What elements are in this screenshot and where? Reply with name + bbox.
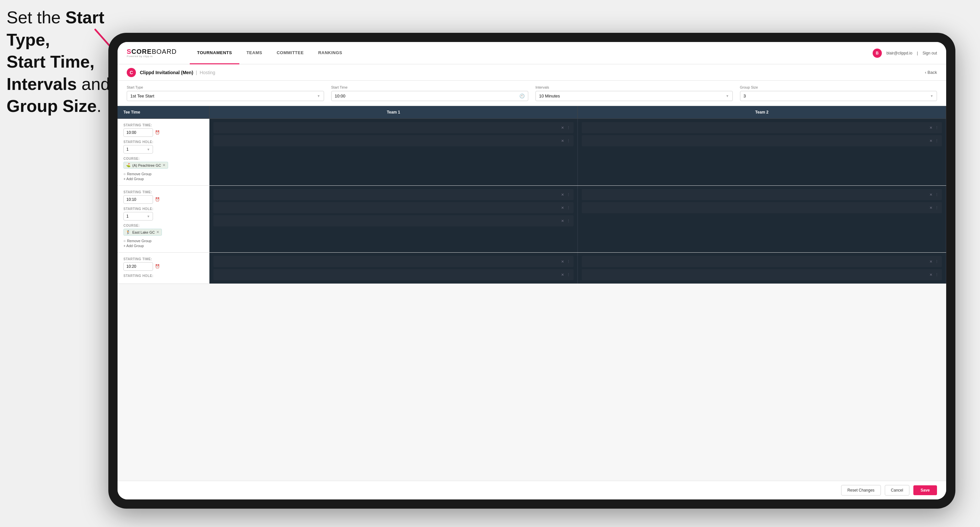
player-dots-2-2-1[interactable]: ⋮ (935, 193, 939, 197)
group-section-1: STARTING TIME: 10:00 ⏰ STARTING HOLE: 1 … (118, 119, 946, 186)
hole-label-1: STARTING HOLE: (123, 140, 203, 144)
group-size-value: 3 (744, 94, 746, 98)
header-team2: Team 2 (578, 106, 946, 119)
player-dots-1-2-2[interactable]: ⋮ (935, 139, 939, 143)
player-remove-2-1-3[interactable]: ✕ (561, 219, 564, 223)
player-dots-2-2-2[interactable]: ⋮ (935, 206, 939, 210)
annotation-text: Set the Start Type,Start Time,Intervals … (6, 6, 111, 117)
team-cell-3-2: ✕ ⋮ ✕ ⋮ (578, 253, 946, 284)
player-row-2-2-2: ✕ ⋮ (582, 202, 942, 213)
group-size-select[interactable]: 3 ▼ (740, 91, 937, 101)
player-remove-3-1-1[interactable]: ✕ (561, 260, 564, 264)
intervals-select[interactable]: 10 Minutes ▼ (536, 91, 733, 101)
player-dots-1-1-1[interactable]: ⋮ (567, 126, 570, 130)
course-name-2: East Lake GC (132, 230, 154, 234)
player-remove-3-2-1[interactable]: ✕ (929, 260, 932, 264)
player-remove-1-1-1[interactable]: ✕ (561, 126, 564, 130)
team-cell-2-2: ✕ ⋮ ✕ ⋮ (578, 186, 946, 252)
hole-label-3: STARTING HOLE: (123, 274, 203, 278)
time-icon-3: ⏰ (155, 264, 160, 269)
course-flag-1: ⛳ (126, 163, 130, 167)
course-label-1: COURSE: (123, 157, 203, 160)
group-row-1: STARTING TIME: 10:00 ⏰ STARTING HOLE: 1 … (118, 119, 946, 186)
add-group-btn-1[interactable]: + Add Group (123, 177, 203, 181)
hole-select-1[interactable]: 1 ▼ (123, 145, 153, 154)
hole-label-2: STARTING HOLE: (123, 207, 203, 211)
group-row-3: STARTING TIME: 10:20 ⏰ STARTING HOLE: (118, 253, 946, 284)
player-row-3-2-1: ✕ ⋮ (582, 256, 942, 267)
intervals-label: Intervals (536, 85, 733, 89)
player-row-3-2-2: ✕ ⋮ (582, 269, 942, 280)
player-remove-2-1-1[interactable]: ✕ (561, 193, 564, 197)
remove-group-btn-2[interactable]: ○ Remove Group (123, 239, 203, 243)
course-remove-1[interactable]: ✕ (162, 163, 165, 167)
tab-committee[interactable]: COMMITTEE (270, 42, 311, 64)
logo-area: SCOREBOARD Powered by clipp.io (127, 48, 177, 58)
player-remove-1-2-2[interactable]: ✕ (929, 139, 932, 143)
tee-time-input-3[interactable]: 10:20 (123, 262, 153, 271)
user-area: B blair@clippd.io | Sign out (873, 49, 937, 58)
add-group-btn-2[interactable]: + Add Group (123, 244, 203, 248)
player-dots-2-1-1[interactable]: ⋮ (567, 193, 570, 197)
team-cell-1-2: ✕ ⋮ ✕ ⋮ (578, 119, 946, 186)
player-dots-2-1-2[interactable]: ⋮ (567, 206, 570, 210)
tee-time-input-1[interactable]: 10:00 (123, 128, 153, 137)
player-actions-3-2-2: ✕ ⋮ (929, 273, 939, 277)
player-dots-3-1-2[interactable]: ⋮ (567, 273, 570, 277)
remove-icon-2: ○ (123, 239, 126, 243)
player-dots-2-1-3[interactable]: ⋮ (567, 219, 570, 223)
course-flag-2: 🏌 (126, 230, 130, 234)
tournament-title: Clippd Invitational (Men) (140, 70, 193, 75)
starting-time-label-3: STARTING TIME: (123, 257, 203, 261)
player-remove-1-1-2[interactable]: ✕ (561, 139, 564, 143)
player-remove-2-2-1[interactable]: ✕ (929, 193, 932, 197)
tab-teams[interactable]: TEAMS (239, 42, 270, 64)
tab-rankings[interactable]: RANKINGS (311, 42, 349, 64)
player-row-1-1-2: ✕ ⋮ (213, 135, 574, 146)
player-actions-3-1-1: ✕ ⋮ (561, 260, 570, 264)
tee-time-cell-1: STARTING TIME: 10:00 ⏰ STARTING HOLE: 1 … (118, 119, 210, 186)
course-remove-2[interactable]: ✕ (156, 230, 159, 234)
tee-time-val-1: 10:00 (126, 130, 136, 135)
tee-time-cell-3: STARTING TIME: 10:20 ⏰ STARTING HOLE: (118, 253, 210, 284)
start-time-input[interactable]: 10:00 🕙 (331, 91, 528, 101)
player-remove-3-2-2[interactable]: ✕ (929, 273, 932, 277)
team-cell-3-1: ✕ ⋮ ✕ ⋮ (210, 253, 578, 284)
hole-input-row-2: 1 ▼ (123, 212, 203, 221)
player-dots-3-2-2[interactable]: ⋮ (935, 273, 939, 277)
start-type-select[interactable]: 1st Tee Start ▼ (127, 91, 324, 101)
tee-time-input-row-3: 10:20 ⏰ (123, 262, 203, 271)
reset-changes-button[interactable]: Reset Changes (841, 485, 881, 495)
sign-out-link[interactable]: Sign out (923, 51, 937, 56)
intervals-field: Intervals 10 Minutes ▼ (536, 85, 733, 101)
group-section-2: STARTING TIME: 10:10 ⏰ STARTING HOLE: 1 … (118, 186, 946, 253)
settings-bar: Start Type 1st Tee Start ▼ Start Time 10… (118, 81, 946, 106)
user-avatar: B (873, 49, 882, 58)
player-dots-1-2-1[interactable]: ⋮ (935, 126, 939, 130)
cancel-button[interactable]: Cancel (885, 485, 909, 495)
player-remove-2-1-2[interactable]: ✕ (561, 206, 564, 210)
player-row-1-2-1: ✕ ⋮ (582, 122, 942, 133)
logo-text: SCOREBOARD (127, 48, 177, 55)
group-size-label: Group Size (740, 85, 937, 89)
back-button[interactable]: Back (925, 70, 937, 75)
player-dots-1-1-2[interactable]: ⋮ (567, 139, 570, 143)
player-dots-3-2-1[interactable]: ⋮ (935, 260, 939, 264)
player-remove-3-1-2[interactable]: ✕ (561, 273, 564, 277)
starting-time-label-1: STARTING TIME: (123, 123, 203, 127)
start-time-label: Start Time (331, 85, 528, 89)
player-dots-3-1-1[interactable]: ⋮ (567, 260, 570, 264)
course-label-2: COURSE: (123, 224, 203, 227)
hole-chevron-2: ▼ (147, 214, 150, 218)
player-remove-1-2-1[interactable]: ✕ (929, 126, 932, 130)
header-tee-time: Tee Time (118, 106, 210, 119)
tab-tournaments[interactable]: TOURNAMENTS (190, 42, 239, 64)
course-name-1: (A) Peachtree GC (132, 163, 161, 167)
remove-group-btn-1[interactable]: ○ Remove Group (123, 172, 203, 176)
save-button[interactable]: Save (913, 485, 937, 495)
main-content: Tee Time Team 1 Team 2 STARTING TIME: 10… (118, 106, 946, 481)
tee-time-input-2[interactable]: 10:10 (123, 195, 153, 204)
hole-select-2[interactable]: 1 ▼ (123, 212, 153, 221)
tee-time-input-row-1: 10:00 ⏰ (123, 128, 203, 137)
player-remove-2-2-2[interactable]: ✕ (929, 206, 932, 210)
